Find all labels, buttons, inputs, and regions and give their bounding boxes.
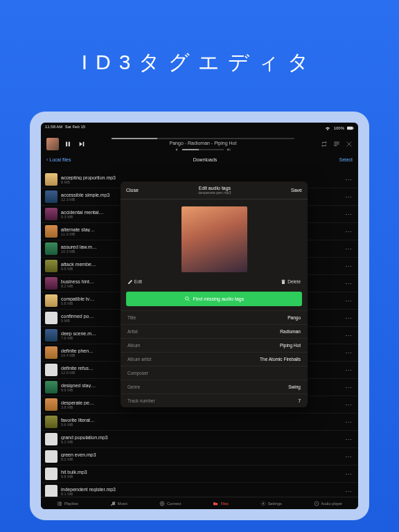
modal-close-button[interactable]: Close [126,188,139,193]
more-icon[interactable]: ⋯ [343,470,354,478]
file-thumb [45,208,57,220]
file-thumb [45,173,57,186]
globe-icon [159,501,165,506]
more-icon[interactable]: ⋯ [343,263,354,270]
tab-connect[interactable]: Connect [159,501,181,506]
select-button[interactable]: Select [339,157,353,162]
status-time: 11:58 AM [45,125,62,129]
field-label: Title [127,315,136,320]
field-label: Track number [127,398,155,403]
file-thumb [45,364,57,376]
tab-settings[interactable]: Settings [260,501,282,506]
svg-rect-1 [353,127,354,129]
svg-rect-13 [59,504,62,505]
more-icon[interactable]: ⋯ [343,488,354,495]
progress-bar[interactable] [112,138,294,139]
tag-field[interactable]: Track number7 [121,393,308,407]
more-icon[interactable]: ⋯ [343,193,354,201]
pause-icon[interactable] [64,141,71,148]
status-date: Sat Feb 15 [65,125,85,129]
more-icon[interactable]: ⋯ [343,228,354,236]
more-icon[interactable]: ⋯ [343,349,354,357]
more-icon[interactable]: ⋯ [343,176,354,184]
queue-icon[interactable] [333,141,340,148]
next-icon[interactable] [78,141,85,148]
more-icon[interactable]: ⋯ [343,418,354,426]
repeat-icon[interactable] [321,141,328,148]
edit-cover-button[interactable]: Edit [127,279,142,285]
more-icon[interactable]: ⋯ [343,211,354,218]
volume-high-icon [227,148,231,152]
file-row[interactable]: hit bulk.mp39.8 MB⋯ [41,466,358,483]
file-size: 8.1 MB [61,492,339,496]
tag-field[interactable]: AlbumPiping Hot [121,338,308,352]
modal-title: Edit audio tags [198,186,231,190]
shuffle-icon[interactable] [346,141,353,148]
tab-music[interactable]: Music [110,501,127,506]
more-icon[interactable]: ⋯ [343,245,354,253]
volume-bar[interactable] [182,149,224,150]
file-size: 9.2 MB [61,440,339,444]
file-name: green even.mp3 [61,452,339,457]
svg-rect-3 [69,142,70,147]
file-row[interactable]: green even.mp38.2 MB⋯ [41,448,358,466]
more-icon[interactable]: ⋯ [343,314,354,322]
file-row[interactable]: grand population.mp39.2 MB⋯ [41,431,358,448]
more-icon[interactable]: ⋯ [343,453,354,461]
find-tags-button[interactable]: Find missing audio tags [126,292,302,306]
more-icon[interactable]: ⋯ [343,332,354,339]
screen: 11:58 AM Sat Feb 15 100% Pango - Radioma… [41,123,358,509]
field-value: The Atomic Fireballs [260,357,301,362]
field-value: Swing [288,384,301,389]
back-button[interactable]: ‹ Local files [46,157,71,162]
file-name: hit bulk.mp3 [61,470,339,475]
more-icon[interactable]: ⋯ [343,436,354,443]
tag-field[interactable]: Album artistThe Atomic Fireballs [121,352,308,366]
more-icon[interactable]: ⋯ [343,366,354,374]
music-icon [110,501,116,506]
svg-point-7 [185,297,188,301]
tab-files[interactable]: Files [213,501,229,506]
svg-point-15 [263,503,264,504]
file-thumb [45,450,57,463]
modal-save-button[interactable]: Save [291,188,302,193]
file-thumb [45,485,57,497]
svg-rect-12 [57,504,58,505]
file-thumb [45,260,57,272]
svg-rect-5 [334,143,339,144]
status-bar: 11:58 AM Sat Feb 15 100% [41,123,358,134]
file-thumb [45,242,57,255]
file-thumb [45,312,57,324]
volume-low-icon [175,148,179,152]
tab-label: Playlists [64,502,78,506]
file-row[interactable]: independent register.mp38.1 MB⋯ [41,483,358,497]
more-icon[interactable]: ⋯ [343,297,354,305]
svg-rect-4 [334,142,339,143]
tab-playlists[interactable]: Playlists [57,501,78,506]
delete-cover-button[interactable]: Delete [281,279,301,285]
svg-rect-0 [347,127,353,130]
tab-label: Connect [167,502,181,506]
tag-field[interactable]: Composer [121,366,308,380]
svg-point-17 [316,503,317,504]
more-icon[interactable]: ⋯ [343,280,354,287]
field-value: Radioman [280,329,301,334]
tab-audio-player[interactable]: Audio player [314,501,343,506]
file-row[interactable]: favorite literat…9.6 MB⋯ [41,414,358,431]
file-thumb [45,398,57,411]
file-name: favorite literat… [61,418,339,423]
album-cover[interactable] [181,206,247,272]
tag-field[interactable]: ArtistRadioman [121,324,308,338]
tag-field[interactable]: GenreSwing [121,380,308,393]
modal-subtitle: desperate pen.mp3 [198,190,231,195]
track-title: Pango - Radioman - Piping Hot [91,141,315,145]
mini-album-art[interactable] [46,138,59,150]
edit-tags-modal: Close Edit audio tags desperate pen.mp3 … [121,181,308,407]
list-icon [57,501,62,506]
field-label: Album [127,343,140,348]
wifi-icon [324,125,331,132]
more-icon[interactable]: ⋯ [343,384,354,391]
file-size: 9.8 MB [61,475,339,479]
more-icon[interactable]: ⋯ [343,401,354,409]
tag-field[interactable]: TitlePango [121,310,308,324]
